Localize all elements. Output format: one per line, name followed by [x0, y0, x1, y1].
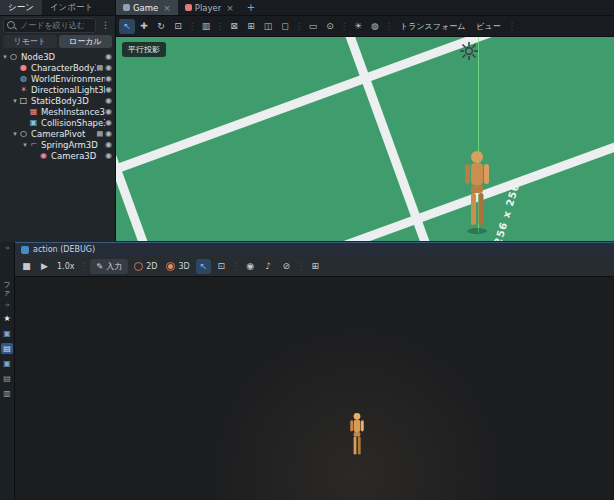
tab-import[interactable]: インポート [42, 0, 101, 15]
tree-item-staticbody3d[interactable]: ▾ □ StaticBody3D ◉ [0, 95, 115, 106]
folder-icon[interactable]: ▣ [1, 358, 13, 369]
group-icon[interactable]: ◫ [260, 19, 276, 34]
game-window-titlebar[interactable]: action (DEBUG) [15, 242, 614, 256]
file-icon[interactable]: ▤ [1, 373, 13, 384]
audio-mute-icon[interactable]: ⊘ [279, 259, 294, 274]
toolbar-separator: ⋮ [507, 22, 517, 31]
filesystem-side-strip: ‹› ファ ‹› ★ ▣ ▤ ▣ ▤ ▥ [0, 242, 15, 500]
favorites-star-icon[interactable]: ★ [1, 313, 13, 324]
environment-preview-icon[interactable]: ◍ [367, 19, 383, 34]
visibility-eye-icon[interactable]: ◉ [105, 53, 112, 61]
close-tab-icon[interactable]: × [226, 3, 234, 13]
view-menu[interactable]: ビュー [471, 19, 505, 34]
visibility-eye-icon[interactable]: ◉ [105, 152, 112, 160]
frame-select-icon[interactable]: ⊡ [214, 259, 229, 274]
viewport-3d[interactable]: 256 x 256 平行投影 [116, 37, 614, 241]
audio-icon[interactable]: ♪ [261, 259, 276, 274]
visibility-eye-icon[interactable]: ◉ [105, 64, 112, 72]
ground-grid [116, 37, 614, 241]
expand-arrow-icon[interactable]: ▾ [1, 53, 9, 61]
node-filter-box [3, 18, 96, 33]
local-button[interactable]: ローカル [59, 35, 113, 48]
ungroup-icon[interactable]: ◻ [277, 19, 293, 34]
unlock-icon[interactable]: ⊞ [243, 19, 259, 34]
visibility-eye-icon[interactable]: ◉ [105, 141, 112, 149]
speed-dropdown[interactable]: 1.0x [55, 262, 76, 271]
game-window-title: action (DEBUG) [33, 245, 95, 254]
scene-tab-player-label: Player [195, 3, 221, 13]
tree-item-collisionshape3d[interactable]: ▣ CollisionShape3D ◉ [0, 117, 115, 128]
stop-button[interactable]: ■ [19, 259, 34, 274]
game-panel-toolbar: ■ ▶ 1.0x ⋮ ✎ 入力 2D 3D ↖ ⊡ ⋮ ◉ ♪ ⊘ ⋮ ⊞ [15, 256, 614, 277]
snap-icon[interactable]: ⊙ [322, 19, 338, 34]
tree-item-camera3d[interactable]: ◉ Camera3D ◉ [0, 150, 115, 161]
node3d-icon: ○ [9, 52, 18, 61]
history-chevrons-icon[interactable]: ‹› [5, 301, 9, 309]
move-tool-icon[interactable]: ✚ [136, 19, 152, 34]
folder-icon[interactable]: ▣ [1, 328, 13, 339]
tree-item-label: CameraPivot [31, 129, 96, 139]
godot-app-icon [21, 246, 29, 254]
expand-arrow-icon[interactable]: ▾ [21, 141, 29, 149]
script-icon[interactable]: ▤ [96, 130, 103, 138]
static-body-icon: □ [19, 96, 28, 105]
fullscreen-icon[interactable]: ⊞ [308, 259, 323, 274]
transform-menu[interactable]: トランスフォーム [395, 19, 470, 34]
tab-scene-label: シーン [8, 2, 34, 14]
tree-item-directionallight3d[interactable]: ☀ DirectionalLight3D ◉ [0, 84, 115, 95]
game-character [348, 405, 366, 467]
tree-item-node3d[interactable]: ▾ ○ Node3D ◉ [0, 51, 115, 62]
scale-tool-icon[interactable]: ⊡ [170, 19, 186, 34]
next-frame-button[interactable]: ▶ [37, 259, 52, 274]
toolbar-separator: ⋮ [339, 22, 349, 31]
expand-arrow-icon[interactable]: ▾ [11, 97, 19, 105]
visibility-eye-icon[interactable]: ◉ [105, 75, 112, 83]
sun-preview-icon[interactable]: ☀ [350, 19, 366, 34]
visibility-eye-icon[interactable]: ◉ [105, 108, 112, 116]
character-body-icon: ● [19, 63, 28, 72]
mannequin-character[interactable] [461, 149, 493, 235]
visibility-eye-icon[interactable]: ◉ [105, 130, 112, 138]
tree-item-camerapivot[interactable]: ▾ ○ CameraPivot ▤ ◉ [0, 128, 115, 139]
embedded-game-view[interactable] [15, 277, 614, 500]
pick-mode-2d[interactable]: 2D [131, 262, 160, 271]
visibility-eye-icon[interactable]: ◉ [105, 86, 112, 94]
node-filter-row: ⋮ [0, 16, 115, 34]
visibility-eye-icon[interactable]: ◉ [105, 119, 112, 127]
tree-item-springarm3d[interactable]: ▾ ⌐ SpringArm3D ◉ [0, 139, 115, 150]
tree-item-worldenvironment[interactable]: ◍ WorldEnvironment ◉ [0, 73, 115, 84]
pick-node-icon[interactable]: ↖ [196, 259, 211, 274]
scene-tab-player[interactable]: Player × [178, 0, 241, 15]
tab-scene[interactable]: シーン [0, 0, 42, 15]
camera-pivot-icon: ○ [19, 129, 28, 138]
tree-item-characterbody3d[interactable]: ● CharacterBody3D ▤ ◉ [0, 62, 115, 73]
ruler-icon[interactable]: ▭ [305, 19, 321, 34]
visibility-eye-icon[interactable]: ◉ [105, 97, 112, 105]
select-tool-icon[interactable]: ↖ [119, 19, 135, 34]
filesystem-dock-tab[interactable]: ファ [2, 282, 12, 297]
input-mode-button[interactable]: ✎ 入力 [90, 259, 128, 274]
script-icon[interactable]: ▤ [96, 64, 103, 72]
directional-light-gizmo[interactable] [459, 41, 479, 61]
file-icon[interactable]: ▥ [1, 388, 13, 399]
remote-label: リモート [13, 36, 46, 47]
tree-item-label: StaticBody3D [31, 96, 105, 106]
scene-tab-bar: Game × Player × + [116, 0, 614, 15]
scene-tab-game-icon [123, 4, 130, 11]
pick-mode-3d[interactable]: 3D [163, 262, 192, 271]
scene-tab-game[interactable]: Game × [116, 0, 178, 15]
close-tab-icon[interactable]: × [163, 3, 171, 13]
tree-item-meshinstance3d[interactable]: ▦ MeshInstance3D ◉ [0, 106, 115, 117]
collapse-chevrons-icon[interactable]: ‹› [5, 244, 9, 252]
remote-button[interactable]: リモート [3, 35, 57, 48]
rotate-tool-icon[interactable]: ↻ [153, 19, 169, 34]
camera-override-icon[interactable]: ◉ [243, 259, 258, 274]
selected-folder-icon[interactable]: ▤ [1, 343, 13, 354]
kebab-menu-icon[interactable]: ⋮ [99, 20, 112, 30]
add-scene-tab-button[interactable]: + [241, 0, 261, 15]
list-select-icon[interactable]: ▥ [198, 19, 214, 34]
projection-mode-chip: 平行投影 [122, 42, 166, 57]
lock-icon[interactable]: ⊠ [226, 19, 242, 34]
node-filter-input[interactable] [18, 20, 92, 31]
expand-arrow-icon[interactable]: ▾ [11, 130, 19, 138]
